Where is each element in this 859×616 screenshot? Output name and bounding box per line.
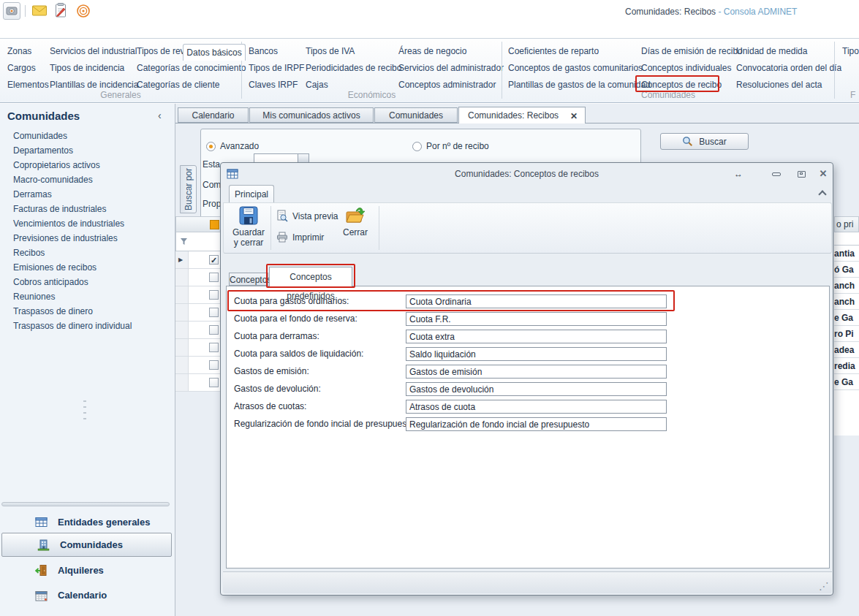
nav-entidades-generales[interactable]: Entidades generales [0,512,175,533]
ribbon-item-periodicidades-recibo[interactable]: Periodicidades de recibo [306,60,401,77]
ribbon-item-bancos[interactable]: Bancos [249,43,304,60]
grid-filter-row[interactable] [175,232,222,251]
grid-row[interactable] [175,339,222,357]
ribbon-item-servicios-industrial[interactable]: Servicios del industrial [50,43,138,60]
sidebar-item-recibos[interactable]: Recibos [13,246,132,260]
sidebar-item-traspasos-dinero[interactable]: Traspasos de dinero [13,304,132,319]
ribbon-item-convocatoria-orden-dia[interactable]: Convocatoria orden del día [736,60,841,77]
row-checkbox[interactable] [209,343,219,352]
mail-icon[interactable] [32,5,47,16]
dialog-tab-conceptos[interactable]: Conceptos [229,273,268,286]
field-input-atrasos-cuotas[interactable] [406,400,667,414]
window-title: Comunidades: Recibos - Consola ADMINET [625,7,797,17]
close-button[interactable]: ✕ [814,167,832,180]
search-button[interactable]: Buscar [660,133,749,150]
nav-calendario[interactable]: Calendario [0,584,175,607]
broadcast-icon[interactable] [76,4,91,18]
grid-cell-fragment: e Ga [834,374,859,390]
grid-row[interactable] [175,286,222,304]
quick-access-toolbar: Comunidades: Recibos - Consola ADMINET [0,0,859,22]
field-label: Atrasos de cuotas: [234,400,306,414]
field-input-saldos-liquidacion[interactable] [406,347,667,361]
ribbon-item-servicios-administrador[interactable]: Servicios del administrador [398,60,504,77]
sidebar-item-comunidades[interactable]: Comunidades [13,129,132,143]
tab-comunidades-recibos[interactable]: Comunidades: Recibos ✕ [458,107,586,123]
ribbon-item-tipo-partial[interactable]: Tipo [842,43,859,60]
sidebar-item-reuniones[interactable]: Reuniones [13,289,132,304]
resize-horizontal-icon[interactable]: ↔ [730,167,747,180]
field-input-regularizacion-fondo[interactable] [406,417,667,431]
row-checkbox[interactable] [209,325,219,335]
ribbon-item-cargos[interactable]: Cargos [7,60,49,77]
tab-calendario[interactable]: Calendario [178,107,249,123]
tab-close-icon[interactable]: ✕ [570,108,578,124]
app-menu-button[interactable] [3,2,20,20]
menu-tab-datos-basicos[interactable]: Datos básicos [183,44,246,61]
cerrar-button[interactable]: Cerrar [335,205,376,252]
sidebar-item-vencimientos-industriales[interactable]: Vencimientos de industriales [13,216,132,231]
grid-row[interactable] [175,357,222,374]
buscar-por-tab[interactable]: Buscar por [180,165,197,213]
sidebar-item-departamentos[interactable]: Departamentos [13,143,132,158]
ribbon-item-conceptos-gastos-comunitarios[interactable]: Conceptos de gastos comunitarios [508,60,651,77]
row-checkbox[interactable] [209,290,219,300]
sidebar-collapse-button[interactable]: ‹ [158,110,162,121]
notes-icon[interactable] [54,3,67,18]
field-input-gastos-emision[interactable] [406,365,667,379]
sidebar-item-cobros-anticipados[interactable]: Cobros anticipados [13,275,132,289]
row-checkbox-checked[interactable]: ✓ [209,255,219,265]
ribbon-item-zonas[interactable]: Zonas [7,43,49,60]
sidebar-item-facturas-industriales[interactable]: Facturas de industriales [13,202,132,216]
sidebar-splitter[interactable] [1,502,170,506]
field-input-gastos-devolucion[interactable] [406,382,667,396]
resize-grip-icon[interactable]: ⋰ [819,580,829,592]
header-checkbox[interactable] [210,220,219,229]
row-checkbox[interactable] [209,273,219,282]
sidebar-item-previsiones-industriales[interactable]: Previsiones de industriales [13,231,132,246]
grid-row[interactable] [175,374,222,392]
tab-mis-comunicados-activos[interactable]: Mis comunicados activos [249,107,374,123]
door-icon [35,564,48,577]
restore-button[interactable] [792,167,810,180]
vista-previa-button[interactable]: Vista previa [276,210,338,222]
ribbon-item-conceptos-individuales[interactable]: Conceptos individuales [641,60,743,77]
ribbon-item-dias-emision-recibo[interactable]: Días de emisión de recibo [641,43,743,60]
nav-alquileres[interactable]: Alquileres [0,559,175,582]
ribbon-item-tipos-iva[interactable]: Tipos de IVA [306,43,401,60]
grid-row-selected[interactable]: ▶ ✓ [175,251,222,269]
ribbon-item-tipos-irpf[interactable]: Tipos de IRPF [249,60,304,77]
sidebar-item-derramas[interactable]: Derramas [13,187,132,202]
ribbon-collapse-button[interactable] [816,188,829,199]
ribbon-item-categorias-conocimiento[interactable]: Categorías de conocimiento [137,60,246,77]
grid-row[interactable] [175,322,222,339]
ribbon-item-unidad-medida[interactable]: Unidad de medida [736,43,841,60]
filter-funnel-icon [180,237,188,246]
field-input-cuota-derramas[interactable] [406,330,667,343]
dialog-titlebar[interactable]: Comunidades: Conceptos de recibos ↔ ✕ [221,163,833,185]
row-checkbox[interactable] [209,378,219,387]
imprimir-button[interactable]: Imprimir [276,232,324,243]
sidebar-item-copropietarios-activos[interactable]: Copropietarios activos [13,158,132,172]
dialog-ribbon-tab-principal[interactable]: Principal [229,185,274,202]
radio-avanzado[interactable] [206,142,216,151]
guardar-y-cerrar-button[interactable]: Guardary cerrar [228,205,269,252]
sidebar-item-emisiones-recibos[interactable]: Emisiones de recibos [13,260,132,275]
ribbon-item-coeficientes-reparto[interactable]: Coeficientes de reparto [508,43,651,60]
sidebar-item-macro-comunidades[interactable]: Macro-comunidades [13,172,132,187]
field-label: Regularización de fondo incial de presup… [234,417,417,431]
nav-comunidades[interactable]: Comunidades [1,533,172,557]
row-checkbox[interactable] [209,360,219,370]
grid-right-filter-row[interactable] [834,232,859,246]
tab-comunidades[interactable]: Comunidades [374,107,458,123]
grid-row[interactable] [175,304,222,322]
field-input-cuota-fondo-reserva[interactable] [406,312,667,326]
radio-por-numero-recibo[interactable] [412,142,422,151]
ribbon-item-areas-negocio[interactable]: Áreas de negocio [398,43,504,60]
grid-row[interactable] [175,269,222,286]
field-label: Gastos de devolución: [234,382,321,396]
row-checkbox[interactable] [209,308,219,317]
minimize-button[interactable] [768,167,785,180]
ribbon-item-tipos-incidencia[interactable]: Tipos de incidencia [50,60,138,77]
sidebar-item-traspasos-dinero-individual[interactable]: Traspasos de dinero individual [13,319,132,333]
button-label: Imprimir [292,232,324,243]
